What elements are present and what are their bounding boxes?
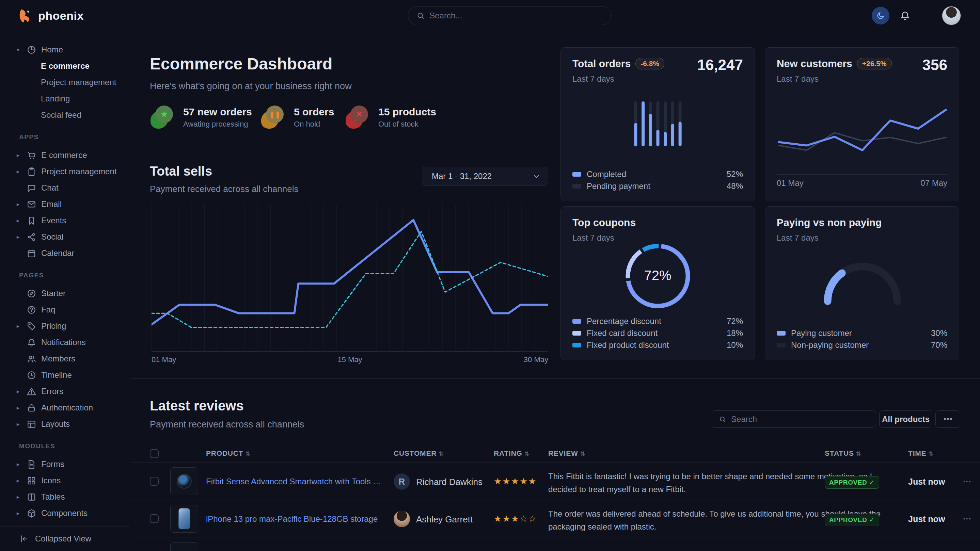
- sidebar-item-icons[interactable]: ▸ Icons: [0, 472, 130, 489]
- star-icon: ★: [511, 476, 520, 486]
- legend-row: Fixed card discount 18%: [573, 327, 743, 339]
- date-range-select[interactable]: Mar 1 - 31, 2022: [422, 167, 548, 186]
- star-icon: ☆: [520, 514, 528, 524]
- stat-value: 15 products: [378, 106, 436, 118]
- x-tick: 15 May: [337, 355, 362, 364]
- notifications-button[interactable]: [900, 10, 910, 21]
- sidebar-item-label: Tables: [41, 492, 65, 502]
- sidebar-item-label: Landing: [41, 94, 70, 103]
- legend-label: Fixed card discount: [587, 329, 657, 338]
- row-actions-button[interactable]: ⋯: [963, 514, 972, 524]
- sidebar-item-authentication[interactable]: ▸ Authentication: [0, 400, 130, 416]
- column-header-status[interactable]: STATUS⇅: [825, 449, 861, 457]
- legend-swatch: [573, 343, 581, 348]
- sidebar-item-pricing[interactable]: ▸ Pricing: [0, 318, 130, 334]
- sidebar-item-members[interactable]: Members: [0, 351, 130, 367]
- global-search-input[interactable]: [430, 11, 603, 21]
- sidebar-item-calendar[interactable]: Calendar: [0, 245, 130, 261]
- card-title: New customers: [777, 58, 852, 70]
- select-all-checkbox[interactable]: [150, 449, 159, 458]
- sidebar-item-label: Authentication: [41, 403, 93, 413]
- review-table-row: iPhone 13 pro max-Pacific Blue-128GB sto…: [130, 500, 980, 537]
- sidebar-item-events[interactable]: ▸ Events: [0, 212, 130, 229]
- sidebar-item-starter[interactable]: Starter: [0, 285, 130, 302]
- sidebar-item-layouts[interactable]: ▸ Layouts: [0, 416, 130, 432]
- trend-badge: -6.8%: [635, 58, 664, 70]
- sidebar-item-email[interactable]: ▸ Email: [0, 196, 130, 212]
- column-header-review[interactable]: REVIEW⇅: [548, 449, 585, 457]
- legend-row: Percentage discount 72%: [573, 315, 743, 327]
- theme-toggle-button[interactable]: [872, 7, 889, 24]
- row-checkbox[interactable]: [150, 514, 159, 523]
- product-thumbnail[interactable]: [170, 505, 198, 533]
- bell-icon: [900, 10, 910, 21]
- chevron-right-icon: ▸: [14, 510, 22, 517]
- row-checkbox[interactable]: [150, 477, 159, 486]
- sidebar-item-forms[interactable]: ▸ Forms: [0, 456, 130, 472]
- collapse-sidebar-button[interactable]: Collapsed View: [0, 530, 130, 547]
- donut-center-value: 72%: [625, 268, 690, 283]
- chevron-right-icon: ▸: [14, 388, 22, 395]
- collapsed-view-label: Collapsed View: [35, 534, 91, 543]
- chevron-right-icon: ▸: [14, 322, 22, 329]
- card-period: Last 7 days: [777, 233, 819, 243]
- sidebar-item-e-commerce-home[interactable]: E commerce: [0, 58, 130, 74]
- legend-label: Pending payment: [587, 181, 651, 191]
- bookmark-icon: [27, 216, 37, 225]
- sort-icon: ⇅: [439, 450, 444, 457]
- sidebar-item-landing[interactable]: Landing: [0, 91, 130, 107]
- sidebar-item-chat[interactable]: Chat: [0, 180, 130, 196]
- sidebar-item-label: Project management: [41, 78, 116, 87]
- sidebar-item-tables[interactable]: ▸ Tables: [0, 489, 130, 505]
- all-products-button[interactable]: All products: [879, 410, 932, 428]
- review-table-row: Fitbit Sense Advanced Smartwatch with To…: [130, 462, 980, 500]
- column-header-rating[interactable]: RATING⇅: [494, 449, 530, 457]
- user-avatar[interactable]: [942, 6, 961, 25]
- sidebar-item-ecommerce-app[interactable]: ▸ E commerce: [0, 147, 130, 164]
- row-actions-button[interactable]: ⋯: [963, 476, 972, 486]
- sidebar-item-label: Social: [41, 232, 63, 241]
- sidebar-item-social-feed[interactable]: Social feed: [0, 107, 130, 123]
- star-icon: ★: [494, 476, 502, 486]
- chevron-right-icon: ▸: [14, 201, 22, 208]
- brand-logo[interactable]: phoenix: [18, 0, 84, 31]
- sidebar-item-faq[interactable]: Faq: [0, 302, 130, 318]
- column-header-time[interactable]: TIME⇅: [908, 449, 933, 457]
- sidebar-item-project-management-app[interactable]: ▸ Project management: [0, 164, 130, 180]
- chevron-right-icon: ▸: [14, 477, 22, 484]
- stat-sub: Awating processing: [183, 120, 252, 129]
- sidebar: ▾ Home E commerce Project management Lan…: [0, 31, 130, 551]
- sidebar-item-label: E commerce: [41, 151, 87, 160]
- sidebar-item-timeline[interactable]: Timeline: [0, 367, 130, 383]
- star-icon: ★: [528, 476, 537, 486]
- global-search[interactable]: [408, 6, 612, 25]
- reviews-search-input[interactable]: [731, 414, 869, 424]
- sidebar-item-social[interactable]: ▸ Social: [0, 229, 130, 245]
- star-icon: ★: [502, 514, 511, 524]
- legend-label: Percentage discount: [587, 316, 661, 326]
- card-period: Last 7 days: [573, 74, 614, 84]
- column-header-product[interactable]: PRODUCT⇅: [206, 449, 250, 457]
- sidebar-item-project-management-home[interactable]: Project management: [0, 74, 130, 91]
- sidebar-item-notifications[interactable]: Notifications: [0, 334, 130, 351]
- total-orders-card: Total orders -6.8% Last 7 days 16,247 Co…: [560, 47, 755, 201]
- product-thumbnail[interactable]: [170, 542, 198, 551]
- sidebar-item-errors[interactable]: ▸ Errors: [0, 383, 130, 400]
- reviews-search[interactable]: [712, 410, 876, 428]
- apps-grid-button[interactable]: [921, 10, 932, 21]
- sidebar-item-label: Chat: [41, 183, 59, 193]
- product-link[interactable]: iPhone 13 pro max-Pacific Blue-128GB sto…: [206, 514, 383, 524]
- product-thumbnail[interactable]: [170, 467, 198, 495]
- sidebar-item-label: Starter: [41, 289, 66, 298]
- reviews-more-button[interactable]: ⋯: [935, 410, 960, 428]
- column-header-customer[interactable]: CUSTOMER⇅: [394, 449, 444, 457]
- x-tick: 07 May: [920, 178, 947, 188]
- product-link[interactable]: Fitbit Sense Advanced Smartwatch with To…: [206, 477, 383, 486]
- chevron-right-icon: ▸: [14, 404, 22, 411]
- search-icon: [719, 415, 726, 423]
- sidebar-item-home[interactable]: ▾ Home: [0, 41, 130, 58]
- sidebar-item-components[interactable]: ▸ Components: [0, 505, 130, 521]
- latest-reviews-subtitle: Payment received across all channels: [150, 419, 304, 430]
- file-text-icon: [27, 459, 37, 469]
- stat-value: 57 new orders: [183, 106, 252, 118]
